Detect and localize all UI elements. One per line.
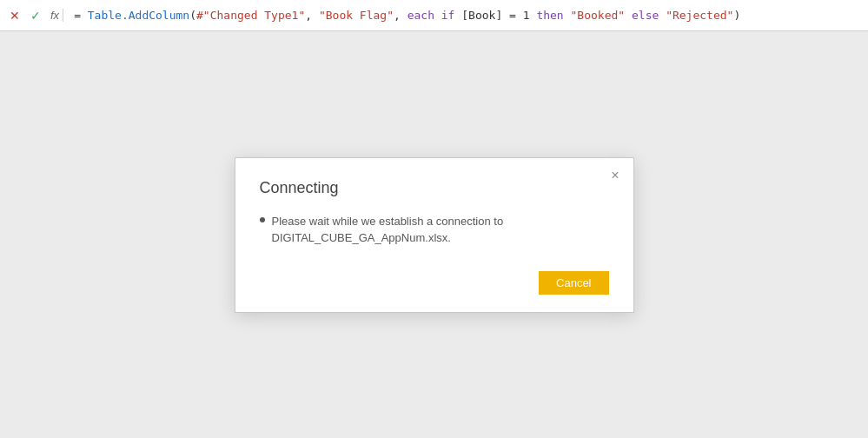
dialog-message-line2: DIGITAL_CUBE_GA_AppNum.xlsx.: [272, 231, 451, 244]
formula-field: [Book]: [461, 9, 502, 22]
dialog-title: Connecting: [260, 179, 609, 197]
cancel-formula-icon[interactable]: ✕: [7, 8, 23, 23]
dialog-message-line1: Please wait while we establish a connect…: [272, 215, 504, 228]
formula-each-keyword: each: [407, 9, 434, 22]
formula-else-keyword: else: [625, 9, 666, 22]
dialog-footer: Cancel: [260, 271, 609, 295]
dialog-message: Please wait while we establish a connect…: [272, 213, 504, 247]
formula-bar-icons: ✕ ✓: [7, 8, 43, 23]
connecting-dialog: × Connecting Please wait while we establ…: [235, 157, 634, 313]
formula-paren-close: ): [733, 9, 740, 22]
formula-then-keyword: then: [536, 9, 563, 22]
dialog-body: Please wait while we establish a connect…: [260, 213, 609, 247]
main-area: × Connecting Please wait while we establ…: [0, 31, 868, 438]
formula-if-keyword: if: [434, 9, 461, 22]
formula-rejected-str: "Rejected": [666, 9, 733, 22]
formula-space1: [564, 9, 571, 22]
dialog-close-button[interactable]: ×: [607, 167, 622, 184]
cancel-connection-button[interactable]: Cancel: [539, 271, 608, 295]
formula-function: Table.AddColumn: [88, 9, 189, 22]
formula-prefix: =: [74, 9, 88, 22]
spinner-dot: [260, 217, 265, 222]
formula-text: = Table.AddColumn(#"Changed Type1", "Boo…: [74, 9, 861, 22]
formula-equals: = 1: [502, 9, 536, 22]
fx-label: fx: [50, 9, 63, 22]
formula-comma2: ,: [394, 9, 407, 22]
formula-comma1: ,: [305, 9, 319, 22]
formula-arg2: "Book Flag": [319, 9, 394, 22]
formula-paren-open: (: [189, 9, 196, 22]
formula-booked-str: "Booked": [571, 9, 626, 22]
confirm-formula-icon[interactable]: ✓: [28, 8, 43, 23]
formula-bar: ✕ ✓ fx = Table.AddColumn(#"Changed Type1…: [0, 0, 868, 31]
formula-arg1: #"Changed Type1": [196, 9, 305, 22]
modal-overlay: × Connecting Please wait while we establ…: [0, 31, 868, 438]
